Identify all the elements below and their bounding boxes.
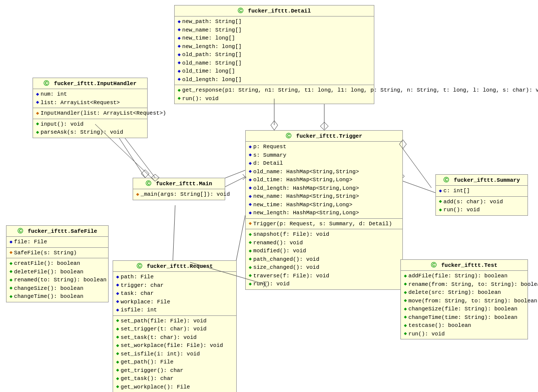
class-trigger-constructors: ◆Trigger(p: Request, s: Summary, d: Deta… xyxy=(246,219,402,230)
field-icon: ◆ xyxy=(116,290,119,297)
class-safefile-constructors: ◆SafeFile(s: String) xyxy=(7,248,108,259)
method-item: ◆move(from: String, to: String): boolean xyxy=(404,297,524,305)
svg-line-12 xyxy=(403,149,431,188)
method-icon: ◆ xyxy=(10,268,13,275)
method-icon: ◆ xyxy=(116,383,119,390)
class-request-fields: ◆path: File ◆trigger: char ◆task: char ◆… xyxy=(113,272,236,316)
method-icon: ◆ xyxy=(116,358,119,366)
field-item: ◆new_length: HashMap<String,Long> xyxy=(249,209,399,217)
class-trigger: Ⓒ fucker_ifttt.Trigger ◆p: Request ◆s: S… xyxy=(245,130,403,290)
method-icon: ◆ xyxy=(249,247,252,255)
method-item: ◆rename(from: String, to: String): boole… xyxy=(404,280,524,289)
field-icon: ◆ xyxy=(116,306,119,314)
field-icon: ◆ xyxy=(249,143,252,151)
uml-diagram: Ⓒ fucker_ifttt.Detail ◆new_path: String[… xyxy=(0,0,538,392)
method-item: ◆run(): void xyxy=(178,95,371,103)
class-inputhandler-constructors: ◆InputHandler(list: ArrayList<Request>) xyxy=(33,108,147,119)
class-detail-header: Ⓒ fucker_ifttt.Detail xyxy=(175,6,374,17)
field-item: ◆num: int xyxy=(36,90,144,99)
field-icon: ◆ xyxy=(178,68,181,75)
field-icon: ◆ xyxy=(116,273,119,281)
field-item: ◆p: Request xyxy=(249,143,399,151)
field-icon: ◆ xyxy=(116,281,119,289)
field-icon: ◆ xyxy=(36,91,39,98)
class-detail: Ⓒ fucker_ifttt.Detail ◆new_path: String[… xyxy=(174,5,374,104)
method-item: ◆changeSize(): boolean xyxy=(10,284,105,293)
method-icon: ◆ xyxy=(116,350,119,357)
method-icon: ◆ xyxy=(10,284,13,292)
field-icon: ◆ xyxy=(178,26,181,34)
class-inputhandler-fields: ◆num: int ◆list: ArrayList<Request> xyxy=(33,89,147,108)
field-item: ◆old_name: String[] xyxy=(178,59,371,68)
field-item: ◆old_length: long[] xyxy=(178,76,371,84)
class-safefile: Ⓒ fucker_ifttt.SafeFile ◆file: File ◆Saf… xyxy=(6,225,109,302)
field-item: ◆file: File xyxy=(10,238,105,246)
class-detail-fields: ◆new_path: String[] ◆new_name: String[] … xyxy=(175,17,374,85)
method-icon: ◆ xyxy=(36,120,39,128)
method-icon: ◆ xyxy=(249,264,252,271)
method-icon: ◆ xyxy=(249,255,252,263)
method-item: ◆snapshot(f: File): void xyxy=(249,230,399,239)
method-icon: ◆ xyxy=(116,375,119,382)
class-safefile-name: fucker_ifttt.SafeFile xyxy=(28,228,97,234)
method-icon: ◆ xyxy=(404,280,407,288)
field-icon: ◆ xyxy=(178,51,181,59)
field-item: ◆old_time: HashMap<String,Long> xyxy=(249,176,399,184)
method-item: ◆get_task(): char xyxy=(116,374,233,383)
constructor-item: ◆SafeFile(s: String) xyxy=(10,249,105,257)
method-item: ◆delete(src: String): boolean xyxy=(404,288,524,297)
method-icon: ◆ xyxy=(249,280,252,288)
field-icon: ◆ xyxy=(36,99,39,106)
method-item: ◆_main(args: String[]): void xyxy=(136,190,222,199)
field-icon: ◆ xyxy=(249,201,252,208)
constructor-icon: ◆ xyxy=(249,220,252,227)
method-item: ◆set_workplace(file: File): void xyxy=(116,341,233,350)
method-item: ◆renamed(): void xyxy=(249,239,399,247)
class-icon-trigger: Ⓒ xyxy=(286,133,291,139)
class-inputhandler-name: fucker_ifttt.InputHandler xyxy=(54,81,137,87)
field-icon: ◆ xyxy=(249,151,252,159)
method-item: ◆path_changed(): void xyxy=(249,255,399,264)
method-item: ◆parseAsk(s: String): void xyxy=(36,128,144,137)
method-icon: ◆ xyxy=(116,317,119,324)
svg-marker-1 xyxy=(320,122,328,130)
constructor-icon: ◆ xyxy=(136,191,139,198)
method-icon: ◆ xyxy=(10,293,13,300)
field-item: ◆new_time: long[] xyxy=(178,34,371,43)
class-request-header: Ⓒ fucker_ifttt.Request xyxy=(113,261,236,272)
method-item: ◆set_isfile(i: int): void xyxy=(116,350,233,358)
method-item: ◆set_path(file: File): void xyxy=(116,317,233,325)
method-icon: ◆ xyxy=(178,87,181,94)
class-icon-inputhandler: Ⓒ xyxy=(44,81,49,87)
field-item: ◆old_length: HashMap<String,Long> xyxy=(249,184,399,193)
class-summary-fields: ◆c: int[] xyxy=(436,186,527,197)
class-icon-request: Ⓒ xyxy=(137,263,142,269)
constructor-icon: ◆ xyxy=(10,249,13,256)
class-main: Ⓒ fucker_ifttt.Main ◆_main(args: String[… xyxy=(133,178,225,200)
class-request-name: fucker_ifttt.Request xyxy=(147,263,213,269)
method-item: ◆set_trigger(t: char): void xyxy=(116,325,233,333)
class-safefile-header: Ⓒ fucker_ifttt.SafeFile xyxy=(7,226,108,237)
field-icon: ◆ xyxy=(178,18,181,26)
method-item: ◆modified(): void xyxy=(249,247,399,255)
method-icon: ◆ xyxy=(116,325,119,333)
method-icon: ◆ xyxy=(249,239,252,246)
class-main-methods: ◆_main(args: String[]): void xyxy=(133,189,225,200)
field-icon: ◆ xyxy=(249,168,252,175)
method-item: ◆get_response(p1: String, n1: String, t1… xyxy=(178,86,371,95)
method-icon: ◆ xyxy=(404,272,407,280)
method-item: ◆changeTime(): boolean xyxy=(10,292,105,301)
class-summary-name: fucker_ifttt.Summary xyxy=(454,177,520,183)
field-item: ◆path: File xyxy=(116,273,233,281)
method-icon: ◆ xyxy=(439,198,442,205)
svg-line-2 xyxy=(400,180,435,193)
field-item: ◆workplace: File xyxy=(116,298,233,306)
method-icon: ◆ xyxy=(178,95,181,102)
method-icon: ◆ xyxy=(10,276,13,284)
method-item: ◆deleteFile(): boolean xyxy=(10,268,105,276)
field-icon: ◆ xyxy=(178,35,181,42)
class-icon-detail: Ⓒ xyxy=(238,8,243,14)
class-main-name: fucker_ifttt.Main xyxy=(156,181,212,187)
method-item: ◆run(): void xyxy=(404,330,524,338)
field-icon: ◆ xyxy=(249,193,252,200)
